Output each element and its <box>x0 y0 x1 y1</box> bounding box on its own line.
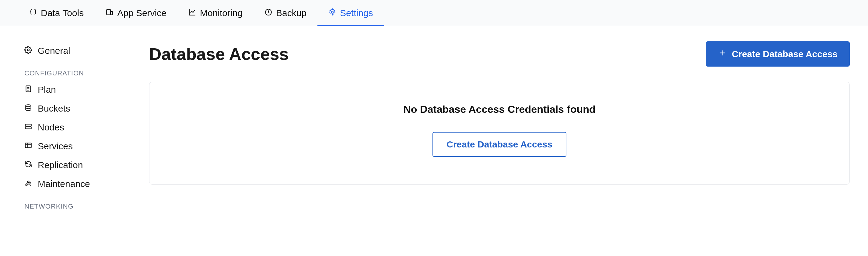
page-title: Database Access <box>149 44 289 64</box>
database-icon <box>24 103 32 114</box>
svg-rect-9 <box>25 143 31 147</box>
tab-app-service[interactable]: App Service <box>95 0 178 26</box>
sidebar-section-configuration: CONFIGURATION <box>24 60 140 80</box>
grid-icon <box>24 141 32 151</box>
sidebar-item-maintenance[interactable]: Maintenance <box>24 175 140 193</box>
page-header: Database Access Create Database Access <box>149 41 850 67</box>
sidebar-item-replication[interactable]: Replication <box>24 156 140 175</box>
svg-point-4 <box>27 49 30 51</box>
sidebar-item-nodes[interactable]: Nodes <box>24 118 140 137</box>
tab-label: Data Tools <box>41 8 84 18</box>
settings-sidebar: General CONFIGURATION Plan Buckets Nodes <box>0 26 140 213</box>
sidebar-item-label: Buckets <box>38 103 70 114</box>
clock-icon <box>265 8 272 18</box>
tab-data-tools[interactable]: Data Tools <box>18 0 95 26</box>
svg-rect-1 <box>111 11 113 14</box>
device-icon <box>105 8 114 18</box>
sidebar-item-label: Services <box>38 141 73 151</box>
tab-backup[interactable]: Backup <box>253 0 317 26</box>
braces-icon <box>29 8 37 18</box>
clipboard-icon <box>24 84 32 95</box>
svg-rect-0 <box>106 9 111 14</box>
sidebar-item-label: Replication <box>38 160 83 170</box>
tab-settings[interactable]: Settings <box>317 0 384 26</box>
sidebar-item-buckets[interactable]: Buckets <box>24 99 140 118</box>
svg-point-3 <box>332 11 334 13</box>
sidebar-item-general[interactable]: General <box>24 41 140 60</box>
top-tab-nav: Data Tools App Service Monitoring Backup… <box>0 0 868 26</box>
tab-label: Backup <box>276 8 307 18</box>
sidebar-section-networking: NETWORKING <box>24 193 140 213</box>
sidebar-item-label: Plan <box>38 84 56 95</box>
sidebar-item-label: Nodes <box>38 122 64 133</box>
rows-icon <box>24 122 32 133</box>
empty-state-title: No Database Access Credentials found <box>162 103 837 115</box>
button-label: Create Database Access <box>732 49 838 59</box>
button-label: Create Database Access <box>446 139 552 150</box>
svg-rect-7 <box>25 124 31 126</box>
sidebar-item-label: General <box>38 46 70 56</box>
svg-rect-8 <box>25 127 31 129</box>
tab-label: Settings <box>340 8 373 18</box>
gear-icon <box>24 46 32 56</box>
sidebar-item-label: Maintenance <box>38 179 90 189</box>
sidebar-item-services[interactable]: Services <box>24 137 140 156</box>
tab-label: App Service <box>117 8 166 18</box>
plus-icon <box>718 49 726 59</box>
tab-label: Monitoring <box>200 8 243 18</box>
main-content: Database Access Create Database Access N… <box>140 26 868 213</box>
gear-icon <box>329 8 336 18</box>
tools-icon <box>24 179 32 189</box>
empty-create-database-access-button[interactable]: Create Database Access <box>432 132 566 157</box>
sync-icon <box>24 160 32 170</box>
tab-monitoring[interactable]: Monitoring <box>178 0 253 26</box>
sidebar-item-plan[interactable]: Plan <box>24 80 140 99</box>
empty-state-card: No Database Access Credentials found Cre… <box>149 82 850 185</box>
svg-point-6 <box>26 105 31 107</box>
create-database-access-button[interactable]: Create Database Access <box>706 41 850 67</box>
chart-line-icon <box>188 8 196 18</box>
